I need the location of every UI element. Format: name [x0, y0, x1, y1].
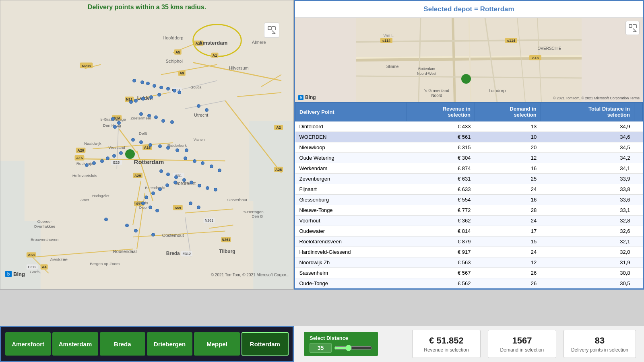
- svg-text:Brouwershaven: Brouwershaven: [31, 237, 58, 242]
- svg-text:A13: A13: [532, 56, 539, 60]
- svg-rect-144: [629, 25, 632, 27]
- expand-map-left-button[interactable]: [264, 23, 279, 38]
- svg-text:E312: E312: [28, 265, 36, 269]
- svg-text:Hoofddorp: Hoofddorp: [163, 35, 183, 40]
- svg-rect-113: [268, 27, 271, 30]
- table-row: Roelofarendsveen€ 8791532,1: [295, 237, 643, 247]
- table-row: Sassenheim€ 5672630,8: [295, 268, 643, 278]
- depot-btn-meppel[interactable]: Meppel: [194, 332, 239, 356]
- mini-map: s114 s114 A13 Slinme Rotterdam Noord-Wes…: [295, 18, 643, 102]
- right-panel: Selected depot = Rotterdam s114: [294, 0, 644, 290]
- svg-text:Roosendaal: Roosendaal: [113, 249, 136, 254]
- stat-label: Revenue in selection: [424, 347, 469, 353]
- svg-text:Breda: Breda: [166, 251, 180, 256]
- left-map-panel: Delivery points within a 35 kms radius.: [0, 0, 294, 290]
- depot-btn-amersfoort[interactable]: Amersfoort: [5, 332, 51, 356]
- table-row: Zevenbergen€ 6312533,9: [295, 174, 643, 184]
- svg-text:N208: N208: [82, 64, 91, 68]
- delivery-table-container[interactable]: Delivery Point Revenue inselection Deman…: [295, 102, 643, 288]
- depot-btn-amsterdam[interactable]: Amsterdam: [52, 332, 98, 356]
- stat-value: 1567: [512, 335, 532, 346]
- depot-button-bar: AmersfoortAmsterdamBredaDriebergenMeppel…: [0, 326, 294, 362]
- svg-text:A29: A29: [134, 174, 141, 178]
- depot-btn-rotterdam[interactable]: Rotterdam: [242, 332, 289, 356]
- depot-btn-driebergen[interactable]: Driebergen: [147, 332, 192, 356]
- svg-text:Rotterdam: Rotterdam: [134, 158, 164, 165]
- svg-text:'s-Gravenland: 's-Gravenland: [424, 88, 449, 93]
- svg-text:A2: A2: [276, 125, 281, 130]
- table-row: Fijnaart€ 6332433,8: [295, 184, 643, 195]
- stat-value: 83: [595, 335, 605, 346]
- select-distance-box: Select Distance: [304, 332, 378, 356]
- table-row: Hardinxveld-Giessend€ 9172432,0: [295, 247, 643, 257]
- distance-input[interactable]: [310, 343, 332, 353]
- svg-text:Noord: Noord: [431, 93, 442, 98]
- svg-text:Rotterdam: Rotterdam: [418, 67, 435, 71]
- svg-text:Hilversum: Hilversum: [229, 66, 249, 70]
- svg-text:Haringvliet: Haringvliet: [92, 194, 109, 198]
- svg-text:Tuindorp: Tuindorp: [488, 88, 506, 93]
- svg-text:N261: N261: [222, 238, 230, 242]
- stat-label: Delivery points in selection: [571, 347, 628, 353]
- svg-text:Hellevoetsluis: Hellevoetsluis: [72, 173, 97, 178]
- svg-text:Schiphol: Schiphol: [166, 59, 183, 64]
- delivery-table: Delivery Point Revenue inselection Deman…: [295, 102, 643, 288]
- svg-text:s114: s114: [507, 39, 515, 43]
- svg-text:Almere: Almere: [252, 40, 266, 45]
- svg-text:E25: E25: [113, 160, 120, 165]
- svg-text:A4: A4: [42, 265, 46, 269]
- table-row: Oudewater€ 8141732,6: [295, 226, 643, 237]
- svg-text:Delft: Delft: [139, 131, 147, 136]
- svg-text:Utrecht: Utrecht: [194, 113, 208, 117]
- svg-text:Oosterhout: Oosterhout: [227, 197, 248, 202]
- col-revenue: Revenue inselection: [407, 103, 475, 121]
- scrollbar-spacer: [634, 103, 643, 121]
- svg-text:Naaldwijk: Naaldwijk: [84, 141, 101, 146]
- bing-icon-left: b: [5, 271, 12, 277]
- mini-map-copyright: © 2021 TomTom, © 2021 Microsoft Corporat…: [553, 96, 640, 100]
- svg-line-147: [633, 29, 636, 32]
- bing-logo-left: b Bing: [5, 271, 25, 277]
- svg-text:A59: A59: [175, 206, 181, 210]
- distance-slider[interactable]: [334, 345, 372, 351]
- svg-text:Amer: Amer: [80, 198, 89, 202]
- svg-text:N261: N261: [205, 218, 213, 222]
- svg-text:E312: E312: [182, 252, 191, 256]
- svg-text:A15: A15: [76, 156, 83, 160]
- table-row: Oude-Tonge€ 5622630,5: [295, 278, 643, 289]
- svg-text:Gouda: Gouda: [190, 85, 201, 89]
- svg-text:Oosterhout: Oosterhout: [162, 233, 184, 238]
- bing-logo-mini: b Bing: [298, 95, 316, 100]
- depot-btn-breda[interactable]: Breda: [100, 332, 145, 356]
- table-row: Nieuwkoop€ 3152034,5: [295, 142, 643, 153]
- table-row: Dinteloord€ 4331334,9: [295, 121, 643, 132]
- col-delivery-point: Delivery Point: [295, 103, 407, 121]
- svg-text:A20: A20: [77, 148, 84, 152]
- table-row: Voorhout€ 3622432,8: [295, 216, 643, 226]
- stat-box: € 51.852Revenue in selection: [412, 330, 481, 358]
- select-distance-label: Select Distance: [310, 335, 372, 341]
- svg-text:A58: A58: [28, 253, 35, 257]
- svg-text:A5: A5: [175, 50, 180, 54]
- svg-text:Ridderkerk: Ridderkerk: [167, 143, 187, 148]
- svg-text:s114: s114: [382, 39, 390, 43]
- svg-text:Vianen: Vianen: [194, 138, 205, 142]
- bing-icon-mini: b: [298, 95, 303, 100]
- svg-text:Bergen op Zoom: Bergen op Zoom: [90, 261, 120, 266]
- svg-text:Noord-West: Noord-West: [417, 72, 436, 76]
- map-title: Delivery points within a 35 kms radius.: [0, 4, 293, 11]
- svg-text:Barendrecht: Barendrecht: [145, 186, 165, 190]
- expand-map-right-button[interactable]: [625, 21, 640, 35]
- stat-value: € 51.852: [429, 335, 464, 346]
- svg-line-116: [272, 31, 275, 34]
- svg-text:Amsterdam: Amsterdam: [199, 40, 227, 46]
- bottom-area: AmersfoortAmsterdamBredaDriebergenMeppel…: [0, 326, 644, 362]
- svg-text:Goes: Goes: [30, 269, 39, 274]
- table-row: Werkendam€ 8741634,1: [295, 163, 643, 174]
- svg-text:Zierikzee: Zierikzee: [50, 257, 67, 262]
- stat-box: 83Delivery points in selection: [564, 330, 636, 358]
- svg-text:Tilburg: Tilburg: [219, 249, 235, 254]
- bottom-controls: Select Distance € 51.852Revenue in selec…: [294, 326, 644, 362]
- table-row: Giessenburg€ 5541633,6: [295, 195, 643, 205]
- svg-text:Westland: Westland: [109, 145, 125, 150]
